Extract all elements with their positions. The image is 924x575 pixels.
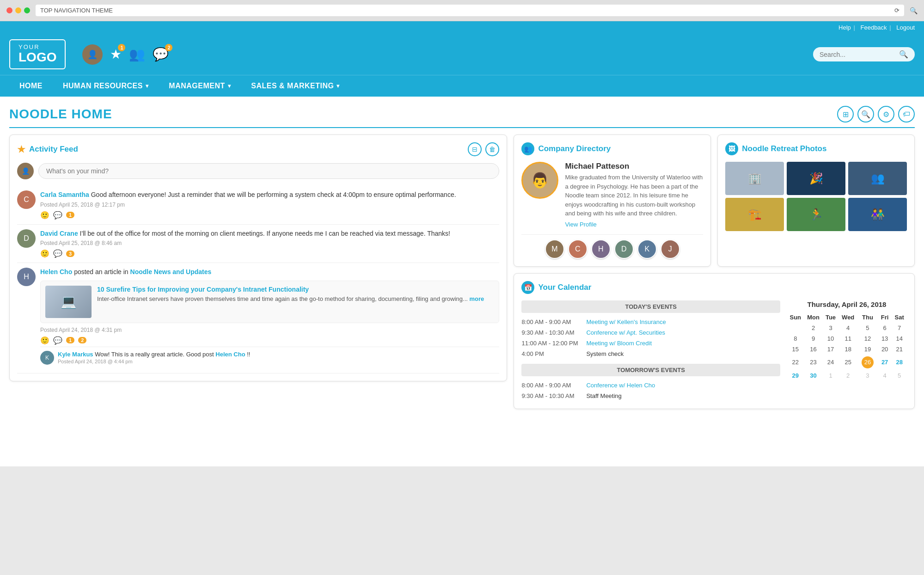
delete-button[interactable]: 🗑 — [485, 142, 499, 156]
cal-day-28[interactable]: 28 — [892, 355, 907, 370]
cal-day[interactable]: 3 — [823, 323, 839, 333]
dir-avatar-6[interactable]: J — [661, 239, 680, 259]
photo-3[interactable]: 👥 — [848, 162, 907, 195]
add-content-button[interactable]: ⊞ — [837, 106, 854, 122]
tag-button[interactable]: 🏷 — [898, 106, 915, 122]
cal-day-next-5[interactable]: 5 — [892, 370, 907, 381]
like-button-carla[interactable]: 🙂 — [40, 211, 49, 220]
close-dot[interactable] — [6, 7, 12, 13]
event-time-3: 11:00 AM - 12:00 PM — [521, 340, 581, 347]
user-avatar-header[interactable]: 👤 — [82, 44, 103, 65]
cal-day[interactable]: 18 — [838, 344, 857, 355]
photo-4[interactable]: 🏗️ — [725, 198, 784, 231]
event-row-1: 8:00 AM - 9:00 AM Meeting w/ Kellen's In… — [521, 317, 780, 327]
dir-avatar-4[interactable]: D — [614, 239, 634, 259]
article-title[interactable]: 10 Surefire Tips for Improving your Comp… — [97, 286, 484, 293]
cal-day-next-1[interactable]: 1 — [823, 370, 839, 381]
cal-day[interactable]: 21 — [892, 344, 907, 355]
refresh-icon[interactable]: ⟳ — [894, 7, 900, 14]
event-link-1[interactable]: Meeting w/ Kellen's Insurance — [586, 318, 666, 325]
featured-info: Michael Patteson Mike graduated from the… — [565, 162, 703, 228]
logo[interactable]: YOUR LOGO — [9, 39, 66, 69]
logout-link[interactable]: Logout — [896, 24, 915, 31]
cal-day[interactable]: 15 — [787, 344, 804, 355]
dir-avatar-3[interactable]: H — [591, 239, 611, 259]
search-input[interactable] — [820, 51, 896, 58]
name-carla[interactable]: Carla Samantha — [40, 191, 89, 198]
posted-in-link[interactable]: Noodle News and Updates — [130, 268, 212, 275]
maximize-dot[interactable] — [24, 7, 30, 13]
cal-day[interactable]: 23 — [804, 355, 823, 370]
cal-day[interactable]: 11 — [838, 333, 857, 344]
calendar-header: 📅 Your Calendar — [521, 281, 907, 294]
view-profile-link[interactable]: View Profile — [565, 221, 703, 228]
cal-day[interactable]: 8 — [787, 333, 804, 344]
article-more-link[interactable]: more — [469, 295, 484, 302]
cal-day-today[interactable]: 26 — [857, 355, 878, 370]
search-box[interactable]: 🔍 — [813, 47, 915, 61]
cal-day[interactable]: 22 — [787, 355, 804, 370]
nav-item-hr[interactable]: HUMAN RESOURCES ▾ — [53, 75, 159, 97]
cal-day[interactable]: 6 — [878, 323, 892, 333]
photo-2[interactable]: 🎉 — [787, 162, 845, 195]
cal-day[interactable]: 13 — [878, 333, 892, 344]
cal-day[interactable]: 25 — [838, 355, 857, 370]
post-input[interactable] — [38, 163, 499, 179]
minimize-dot[interactable] — [15, 7, 21, 13]
photo-1[interactable]: 🏢 — [725, 162, 784, 195]
cal-day[interactable]: 7 — [892, 323, 907, 333]
photo-5[interactable]: 🏃 — [787, 198, 845, 231]
cal-week-3: 15 16 17 18 19 20 21 — [787, 344, 907, 355]
name-helen[interactable]: Helen Cho — [40, 268, 72, 275]
cal-day[interactable]: 2 — [804, 323, 823, 333]
cal-day[interactable]: 5 — [857, 323, 878, 333]
cal-day-next-4[interactable]: 4 — [878, 370, 892, 381]
event-link-2[interactable]: Conference w/ Apt. Securities — [586, 329, 665, 336]
browser-search-icon[interactable]: 🔍 — [910, 7, 918, 14]
search-page-button[interactable]: 🔍 — [857, 106, 874, 122]
cal-day[interactable]: 16 — [804, 344, 823, 355]
feedback-link[interactable]: Feedback — [861, 24, 887, 31]
name-david[interactable]: David Crane — [40, 230, 78, 237]
cal-day-30[interactable]: 30 — [804, 370, 823, 381]
cal-day[interactable]: 20 — [878, 344, 892, 355]
filter-button[interactable]: ⊟ — [468, 142, 482, 156]
settings-button[interactable]: ⚙ — [878, 106, 894, 122]
comment-button-carla[interactable]: 💬 — [53, 211, 62, 220]
chat-icon-wrap[interactable]: 💬 2 — [153, 47, 169, 62]
like-button-helen[interactable]: 🙂 — [40, 336, 49, 345]
commenter-name[interactable]: Kyle Markus — [58, 351, 93, 358]
help-link[interactable]: Help — [838, 24, 851, 31]
cal-day[interactable]: 14 — [892, 333, 907, 344]
cal-day[interactable]: 10 — [823, 333, 839, 344]
cal-day[interactable]: 24 — [823, 355, 839, 370]
cal-day-27[interactable]: 27 — [878, 355, 892, 370]
event-link-3[interactable]: Meeting w/ Bloom Credit — [586, 340, 652, 347]
dir-avatar-2[interactable]: C — [568, 239, 587, 259]
event-link-t1[interactable]: Conference w/ Helen Cho — [586, 382, 655, 389]
url-bar[interactable]: TOP NAVIGATION THEME ⟳ — [36, 5, 904, 16]
activity-text-helen: Helen Cho posted an article in Noodle Ne… — [40, 268, 499, 277]
nav-item-home[interactable]: HOME — [9, 75, 53, 97]
cal-day[interactable]: 19 — [857, 344, 878, 355]
avatar-helen: H — [17, 268, 36, 286]
dir-avatar-5[interactable]: K — [637, 239, 657, 259]
cal-day[interactable]: 12 — [857, 333, 878, 344]
cal-day[interactable]: 9 — [804, 333, 823, 344]
comment-mention[interactable]: Helen Cho — [215, 351, 245, 358]
dir-avatar-1[interactable]: M — [545, 239, 564, 259]
comment-button-helen[interactable]: 💬 — [53, 336, 62, 345]
nav-item-management[interactable]: MANAGEMENT ▾ — [159, 75, 241, 97]
like-button-david[interactable]: 🙂 — [40, 249, 49, 258]
cal-day-next-3[interactable]: 3 — [857, 370, 878, 381]
star-icon-wrap[interactable]: ★ 1 — [110, 47, 122, 62]
cal-day-29[interactable]: 29 — [787, 370, 804, 381]
cal-day-next-2[interactable]: 2 — [838, 370, 857, 381]
comment-button-david[interactable]: 💬 — [53, 249, 62, 258]
cal-day[interactable] — [787, 323, 804, 333]
cal-day[interactable]: 17 — [823, 344, 839, 355]
nav-item-sales[interactable]: SALES & MARKETING ▾ — [241, 75, 350, 97]
cal-day[interactable]: 4 — [838, 323, 857, 333]
people-icon-wrap[interactable]: 👥 — [129, 47, 145, 62]
photo-6[interactable]: 👫 — [848, 198, 907, 231]
